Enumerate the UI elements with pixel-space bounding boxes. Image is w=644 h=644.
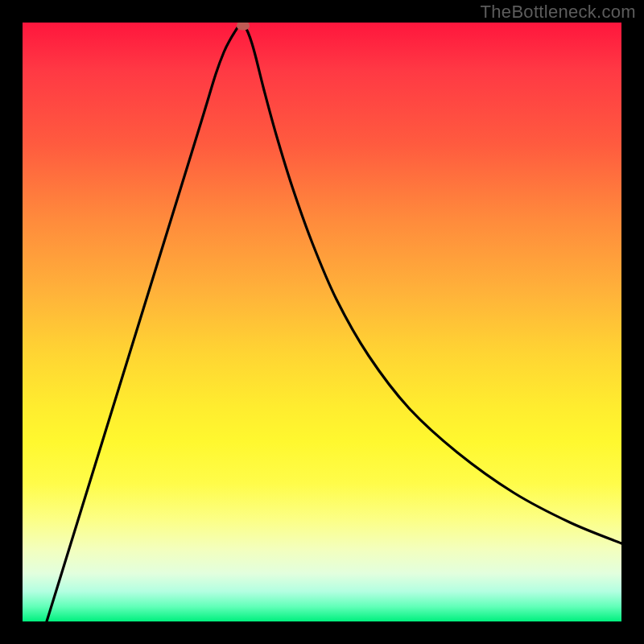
plot-area	[23, 23, 621, 621]
watermark-text: TheBottleneck.com	[481, 2, 636, 23]
bottleneck-curve	[23, 23, 621, 621]
chart-frame: TheBottleneck.com	[0, 0, 644, 644]
bottleneck-marker	[237, 23, 250, 31]
